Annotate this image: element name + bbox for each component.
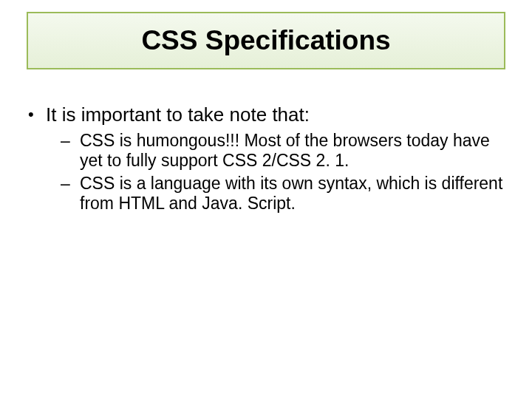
bullet-list-level1: It is important to take note that: CSS i… [27,103,505,214]
list-item: It is important to take note that: CSS i… [27,103,505,214]
list-item: CSS is a language with its own syntax, w… [46,174,505,214]
bullet-list-level2: CSS is humongous!!! Most of the browsers… [46,131,505,214]
slide: CSS Specifications It is important to ta… [0,0,532,399]
list-item: CSS is humongous!!! Most of the browsers… [46,131,505,171]
title-container: CSS Specifications [27,12,505,69]
lead-text: It is important to take note that: [46,103,310,126]
body-content: It is important to take note that: CSS i… [27,103,505,221]
slide-title: CSS Specifications [141,25,390,56]
point-text: CSS is a language with its own syntax, w… [80,174,502,213]
point-text: CSS is humongous!!! Most of the browsers… [80,131,490,170]
